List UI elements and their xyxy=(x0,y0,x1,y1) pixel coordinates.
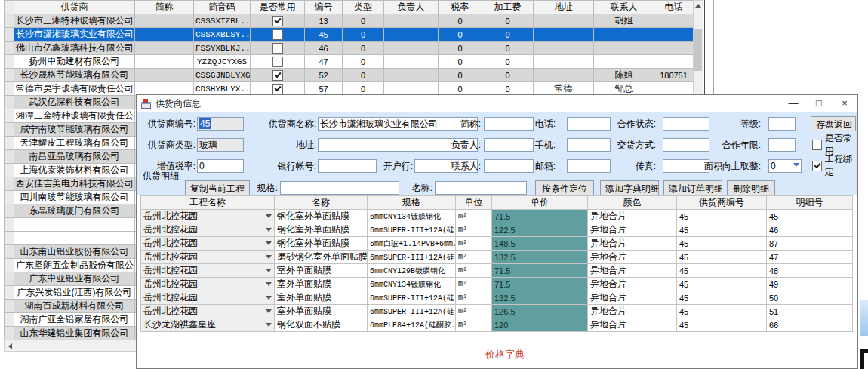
detail-row[interactable]: 长沙龙湖祺鑫星座钢化双面不贴膜6mmPLE84+12A(硅酮胶...m²120异… xyxy=(141,318,853,332)
add-dict-detail-button[interactable]: 添加字典明细 xyxy=(600,180,659,195)
spec-filter-input[interactable] xyxy=(280,181,399,195)
round-up-combo[interactable]: 0 xyxy=(768,159,802,173)
dialog-titlebar: 供货商信息 — □ × xyxy=(137,95,857,112)
col-name[interactable]: 名称 xyxy=(275,196,368,210)
scroll-up-icon[interactable] xyxy=(695,4,701,8)
project-bind-checkbox[interactable]: 工程绑定 xyxy=(812,159,857,173)
copy-project-button[interactable]: 复制当前工程 xyxy=(185,180,250,195)
grade-field[interactable] xyxy=(768,117,796,131)
detail-row[interactable]: 岳州北控花园钢化室外单面贴膜6mmCNY134镀膜钢化m²71.5异地合片454… xyxy=(141,210,853,223)
common-checkbox[interactable] xyxy=(272,43,283,54)
col-type[interactable]: 类型 xyxy=(343,1,384,14)
supplier-row[interactable]: 佛山市亿鑫玻璃科技有限公司FSSYXBLKJ..46000 xyxy=(5,42,694,55)
cell-code: CSSGJNBLYXGS xyxy=(194,69,251,82)
delete-detail-button[interactable]: 删除明细 xyxy=(727,180,775,195)
col-owner[interactable]: 负责人 xyxy=(384,1,439,14)
project-combo[interactable]: 岳州北控花园 xyxy=(141,223,275,237)
detail-row[interactable]: 岳州北控花园室外单面贴膜6mmCNY129B镀膜钢化m²71.5异地合片4548 xyxy=(141,264,853,278)
project-combo[interactable]: 岳州北控花园 xyxy=(141,291,275,305)
common-checkbox[interactable] xyxy=(272,70,283,81)
cell-name: 室外单面贴膜 xyxy=(275,278,368,291)
cell-contact: 陈姐 xyxy=(594,69,654,82)
cell-owner xyxy=(384,55,439,69)
minimize-button[interactable]: — xyxy=(780,95,806,112)
cell-fee: 0 xyxy=(482,14,534,28)
cell-common xyxy=(251,14,305,28)
supplier-row[interactable]: 长沙市潇湘玻璃实业有限公司CSSXXBLSY..45000 xyxy=(5,28,694,42)
detail-row[interactable]: 岳州北控花园室外单面贴膜6mmSUPER-III+12A(硅...m²132.5… xyxy=(141,291,853,305)
col-spec[interactable]: 规格 xyxy=(368,196,456,210)
add-order-detail-button[interactable]: 添加订单明细 xyxy=(663,180,722,195)
mobile-field[interactable] xyxy=(567,138,611,152)
col-color[interactable]: 颜色 xyxy=(588,196,677,210)
project-combo[interactable]: 岳州北控花园 xyxy=(141,278,275,291)
col-common[interactable]: 是否常用 xyxy=(251,1,305,14)
chevron-down-icon xyxy=(266,269,272,272)
scroll-left-icon[interactable] xyxy=(8,343,12,349)
cell-price: 71.5 xyxy=(492,210,588,223)
delivery-field[interactable] xyxy=(663,138,709,152)
often-used-checkbox[interactable]: 是否常用 xyxy=(812,138,857,152)
name-filter-input[interactable] xyxy=(435,181,527,195)
col-short[interactable]: 简称 xyxy=(135,1,194,14)
scrollbar-thumb[interactable] xyxy=(694,29,702,71)
col-project[interactable]: 工程名称 xyxy=(141,196,275,210)
vat-field[interactable]: 0 xyxy=(197,159,244,173)
detail-row[interactable]: 岳州北控花园钢化室外单面贴膜6mmSUPER-III+12A(硅...m²122… xyxy=(141,223,853,237)
supplier-no-label: 供货商编号: xyxy=(138,117,195,131)
locate-button[interactable]: 按条件定位 xyxy=(535,180,594,195)
supplier-row[interactable]: 常德市昊宇玻璃有限责任公司CDSHYBLYX..57000常德邹总 xyxy=(5,82,694,96)
dialog-title: 供货商信息 xyxy=(155,97,201,110)
maximize-button[interactable]: □ xyxy=(806,95,832,112)
supplier-row[interactable]: 长沙市三湘特种玻璃有限公司CSSSXTZBL..13000胡姐 xyxy=(5,14,694,28)
cell-short xyxy=(135,69,194,82)
cell-tax: 0 xyxy=(439,42,482,55)
supplier-type-field[interactable]: 玻璃 xyxy=(197,138,244,152)
detail-row[interactable]: 岳州北控花园磨砂钢化室外单面贴膜6mmSUPER-III+12A(硅...m²1… xyxy=(141,251,853,264)
col-supplier[interactable]: 供货商 xyxy=(14,1,135,14)
phone-field[interactable] xyxy=(567,117,611,131)
cell-name: 常德市昊宇玻璃有限责任公司 xyxy=(14,82,135,96)
project-combo[interactable]: 岳州北控花园 xyxy=(141,305,275,318)
save-return-button[interactable]: 存盘返回 xyxy=(811,116,856,131)
col-supplier-id[interactable]: 供货商编号 xyxy=(677,196,767,210)
project-combo[interactable]: 岳州北控花园 xyxy=(141,210,275,223)
project-combo[interactable]: 岳州北控花园 xyxy=(141,264,275,278)
cell-unit: m² xyxy=(456,291,492,305)
col-fee[interactable]: 加工费 xyxy=(482,1,534,14)
detail-row[interactable]: 岳州北控花园室外单面贴膜6mmSUPER-III+12A(硅...m²126.5… xyxy=(141,305,853,318)
chevron-down-icon xyxy=(793,163,799,167)
col-contact[interactable]: 联系人 xyxy=(594,1,654,14)
cell-short xyxy=(135,42,194,55)
cell-price: 148.5 xyxy=(492,237,588,251)
common-checkbox[interactable] xyxy=(272,16,283,26)
common-checkbox[interactable] xyxy=(272,84,283,94)
col-tax[interactable]: 税率 xyxy=(439,1,482,14)
project-combo[interactable]: 岳州北控花园 xyxy=(141,251,275,264)
col-phone[interactable]: 电话 xyxy=(654,1,694,14)
detail-row[interactable]: 岳州北控花园室外单面贴膜6mmCNY134镀膜钢化m²71.5异地合片4549 xyxy=(141,278,853,291)
bank-field[interactable] xyxy=(318,159,377,173)
cell-price: 71.5 xyxy=(492,278,588,291)
project-combo[interactable]: 岳州北控花园 xyxy=(141,237,275,251)
coop-state-field[interactable] xyxy=(663,117,709,131)
detail-row[interactable]: 岳州北控花园钢化室外单面贴膜6mm白玻+1.14PVB+6mm...m²148.… xyxy=(141,237,853,251)
cell-phone xyxy=(654,14,694,28)
common-checkbox[interactable] xyxy=(272,29,283,40)
col-price[interactable]: 单价 xyxy=(492,196,588,210)
project-combo[interactable]: 长沙龙湖祺鑫星座 xyxy=(141,318,275,332)
col-id[interactable]: 编号 xyxy=(305,1,343,14)
coop-years-field[interactable] xyxy=(768,138,796,152)
close-button[interactable]: × xyxy=(832,95,857,112)
supplier-row[interactable]: 长沙晟格节能玻璃有限公司CSSGJNBLYXGS52000陈姐180751 xyxy=(5,69,694,82)
col-address[interactable]: 地址 xyxy=(534,1,594,14)
supplier-row[interactable]: 扬州中勤建材有限公司YZZQJCYXGS47000 xyxy=(5,55,694,69)
common-checkbox[interactable] xyxy=(272,57,283,67)
col-detail-id[interactable]: 明细号 xyxy=(767,196,853,210)
col-unit[interactable]: 单位 xyxy=(456,196,492,210)
detail-section-label: 供货明细 xyxy=(143,170,179,183)
email-field[interactable] xyxy=(567,159,611,173)
cell-detail_id: 46 xyxy=(767,223,853,237)
col-code[interactable]: 简音码 xyxy=(194,1,251,14)
supplier-no-field[interactable]: 45 xyxy=(197,117,244,131)
